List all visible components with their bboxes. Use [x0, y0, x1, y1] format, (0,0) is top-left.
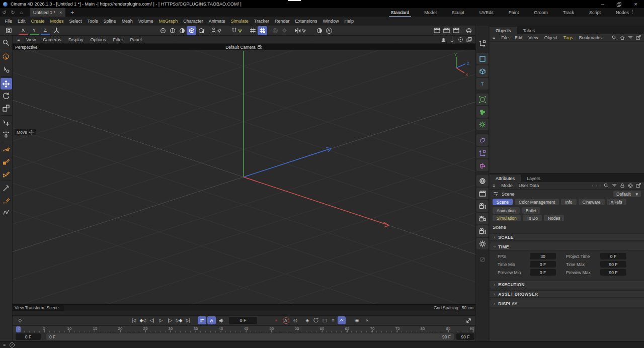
- tab-layers[interactable]: Layers: [521, 175, 546, 182]
- menu-render[interactable]: Render: [272, 19, 292, 24]
- null-object-button[interactable]: [476, 147, 489, 158]
- interpolation-a-button[interactable]: ◉: [353, 316, 361, 324]
- cube-primitive-button[interactable]: [476, 65, 489, 77]
- coordinates-button[interactable]: [476, 37, 489, 49]
- points-mode-button[interactable]: [158, 26, 168, 35]
- key-scale-toggle[interactable]: ▢: [320, 316, 329, 324]
- menu-volume[interactable]: Volume: [135, 19, 156, 24]
- spline-rect-pen-tool[interactable]: [1, 155, 12, 167]
- scale-tool[interactable]: [1, 102, 12, 114]
- close-tab-icon[interactable]: ×: [59, 10, 62, 15]
- multi-transform-tool[interactable]: [1, 129, 12, 140]
- vp-menu-options[interactable]: Options: [87, 37, 109, 42]
- section-asset-browser[interactable]: › ASSET BROWSER: [490, 290, 644, 298]
- section-time[interactable]: › TIME: [490, 243, 644, 250]
- key-position-toggle[interactable]: ◈: [303, 316, 311, 324]
- objects-menu-file[interactable]: File: [498, 35, 512, 40]
- sound-button[interactable]: [217, 316, 225, 324]
- volume-builder-button[interactable]: [476, 106, 489, 118]
- layout-standard[interactable]: Standard: [390, 9, 411, 16]
- autokey-range-button[interactable]: A: [207, 316, 216, 324]
- polygons-mode-button[interactable]: [177, 26, 187, 35]
- cat-tab-todo[interactable]: To Do: [523, 215, 542, 221]
- camera-label[interactable]: Default Camera: [13, 44, 475, 50]
- deformer-button[interactable]: [476, 134, 489, 146]
- close-button[interactable]: ×: [627, 0, 644, 8]
- layout-script[interactable]: Script: [588, 9, 602, 16]
- objects-menu-bookmarks[interactable]: Bookmarks: [576, 35, 605, 40]
- status-menu-button[interactable]: ≡: [3, 342, 6, 347]
- key-pla-toggle[interactable]: [338, 316, 346, 324]
- preview-min-field[interactable]: 0 F: [530, 269, 556, 276]
- menu-modes[interactable]: Modes: [47, 19, 66, 24]
- interpolation-b-button[interactable]: ◑: [362, 316, 371, 324]
- text-primitive-button[interactable]: T: [476, 78, 489, 90]
- goto-end-button[interactable]: ▷|: [184, 316, 192, 324]
- objects-menu-edit[interactable]: Edit: [512, 35, 526, 40]
- scene-hexagon-button[interactable]: [314, 26, 324, 35]
- parent-up-icon[interactable]: ↑: [599, 183, 602, 188]
- range-slider[interactable]: 0 F 90 F: [46, 333, 454, 340]
- cat-tab-xrefs[interactable]: XRefs: [607, 199, 626, 205]
- interactive-render-button[interactable]: [464, 26, 473, 35]
- spline-pen-tool[interactable]: [1, 194, 12, 206]
- texture-mode-button[interactable]: [196, 26, 206, 35]
- live-selection-tool[interactable]: [1, 51, 12, 63]
- range-start-field[interactable]: 0 F: [16, 333, 41, 340]
- prev-key-button[interactable]: ◆◁: [138, 316, 147, 324]
- field-button[interactable]: [476, 119, 489, 130]
- axis-lock-z-button[interactable]: Z: [41, 27, 50, 35]
- menu-window[interactable]: Window: [320, 19, 342, 24]
- symmetry-toggle-button[interactable]: [292, 26, 308, 35]
- toggle-view-icon[interactable]: [466, 36, 472, 43]
- menu-tools[interactable]: Tools: [85, 19, 101, 24]
- back-button[interactable]: ↺: [0, 9, 9, 16]
- axis-modify-button[interactable]: [270, 26, 280, 35]
- snap-toggle-button[interactable]: [229, 26, 244, 35]
- object-tree-area[interactable]: [490, 42, 644, 173]
- section-scale[interactable]: › SCALE: [490, 233, 644, 241]
- model-mode-button[interactable]: [187, 26, 196, 35]
- axis-lock-x-button[interactable]: X: [19, 27, 28, 35]
- move-tool[interactable]: [1, 78, 12, 90]
- next-key-button[interactable]: ▷◆: [175, 316, 183, 324]
- menu-tracker[interactable]: Tracker: [251, 19, 272, 24]
- objects-menu-object[interactable]: Object: [541, 35, 560, 40]
- tweak-tool[interactable]: [1, 63, 12, 75]
- menu-edit[interactable]: Edit: [15, 19, 29, 24]
- layout-sculpt[interactable]: Sculpt: [451, 9, 465, 16]
- history-forward-icon[interactable]: ›: [596, 183, 597, 188]
- attributes-menu-userdata[interactable]: User Data: [516, 183, 542, 188]
- cat-tab-nodes[interactable]: Nodes: [544, 215, 565, 221]
- menu-select[interactable]: Select: [66, 19, 85, 24]
- instance-button[interactable]: [476, 159, 489, 171]
- objects-menu-button[interactable]: ≡: [490, 35, 498, 40]
- time-max-field[interactable]: 90 F: [600, 261, 626, 268]
- recent-tool-button[interactable]: [4, 26, 14, 35]
- commander-search-button[interactable]: [1, 37, 12, 48]
- motion-camera-button[interactable]: [476, 213, 489, 224]
- cat-tab-simulation[interactable]: Simulation: [493, 215, 521, 221]
- render-settings-button[interactable]: [451, 26, 461, 35]
- workplane-grid-button[interactable]: [248, 26, 258, 35]
- attributes-menu-button[interactable]: ≡: [490, 183, 498, 188]
- vp-menu-cameras[interactable]: Cameras: [39, 37, 65, 42]
- layout-menu-button[interactable]: ⋮: [630, 9, 635, 15]
- tab-objects[interactable]: Objects: [490, 27, 517, 34]
- keyframe-button[interactable]: ◇: [16, 316, 25, 324]
- coordinate-system-button[interactable]: [52, 26, 61, 35]
- fps-field[interactable]: 30: [530, 253, 556, 259]
- next-frame-button[interactable]: |▷: [166, 316, 174, 324]
- menu-mograph[interactable]: MoGraph: [156, 19, 181, 24]
- tab-attributes[interactable]: Attributes: [490, 175, 521, 182]
- pan-hand-icon[interactable]: [440, 36, 447, 43]
- range-end-field[interactable]: 90 F: [456, 333, 474, 340]
- cat-tab-scene[interactable]: Scene: [493, 199, 513, 205]
- filter-icon[interactable]: [611, 183, 617, 189]
- cat-tab-cineware[interactable]: Cineware: [579, 199, 605, 205]
- workplane-lock-button[interactable]: [258, 26, 267, 35]
- filter-icon[interactable]: [627, 35, 633, 41]
- annotation-button[interactable]: A: [324, 26, 334, 35]
- vp-menu-filter[interactable]: Filter: [109, 37, 126, 42]
- cat-tab-color-management[interactable]: Color Management: [515, 199, 559, 205]
